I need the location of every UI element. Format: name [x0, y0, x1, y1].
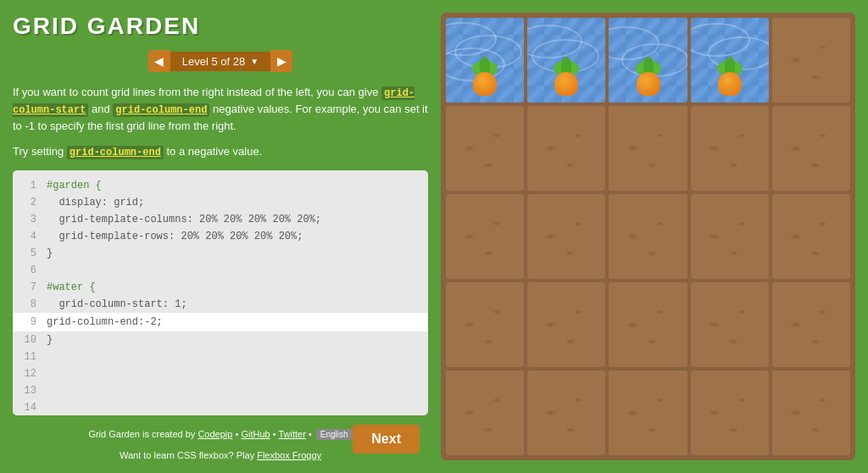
grid-cell-0-2	[609, 18, 687, 103]
plant-leaves	[554, 53, 579, 74]
page-title: GRID GARDEN	[13, 13, 200, 40]
code-line-1: 1 #garden {	[13, 177, 428, 194]
code-line-5: 5 }	[13, 245, 428, 262]
grid-cell-4-0	[446, 370, 524, 455]
level-dropdown-arrow: ▼	[250, 57, 259, 66]
grid-cell-4-4	[772, 370, 850, 455]
grid-cell-1-2	[609, 106, 687, 191]
leaf-center	[561, 57, 571, 74]
grid-cell-3-4	[772, 282, 850, 367]
highlight-grid-column-end-2: grid-column-end	[67, 146, 164, 159]
grid-cell-1-1	[527, 106, 605, 191]
code-text-1: #garden {	[47, 180, 102, 192]
code-line-13: 13	[13, 382, 428, 399]
desc-text2: and	[88, 103, 113, 115]
highlight-grid-column-end-1: grid-column-end	[113, 103, 209, 117]
code-line-12: 12	[13, 365, 428, 382]
carrot-body	[637, 72, 660, 96]
grid-cell-4-2	[609, 370, 687, 455]
code-text-4: grid-template-rows: 20% 20% 20% 20% 20%;	[47, 231, 303, 242]
task-suffix: to a negative value.	[164, 145, 262, 158]
code-text-3: grid-template-columns: 20% 20% 20% 20% 2…	[47, 214, 321, 225]
code-text-2: display: grid;	[47, 197, 144, 209]
leaf-center	[643, 57, 654, 74]
code-line-4: 4 grid-template-rows: 20% 20% 20% 20% 20…	[13, 228, 428, 245]
leaf-center	[725, 57, 735, 74]
grid-cell-0-3	[691, 18, 769, 103]
left-panel: GRID GARDEN ◀ Level 5 of 28 ▼ ▶ If you w…	[13, 13, 428, 460]
grid-row-2	[446, 194, 850, 279]
grid-row-1	[446, 106, 850, 191]
code-lines: 1 #garden { 2 display: grid; 3 grid-temp…	[13, 177, 428, 416]
description-text: If you want to count grid lines from the…	[13, 84, 428, 135]
code-editor: 1 #garden { 2 display: grid; 3 grid-temp…	[13, 170, 428, 416]
grid-cell-2-1	[527, 194, 605, 279]
code-line-14: 14	[13, 399, 428, 416]
plant-leaves	[717, 53, 743, 74]
code-line-6: 6	[13, 262, 428, 279]
code-line-10: 10 }	[13, 331, 428, 348]
carrot-body	[473, 72, 497, 96]
grid-row-4	[446, 370, 850, 455]
grid-cell-3-1	[527, 282, 605, 367]
grid-cell-2-4	[772, 194, 850, 279]
grid-cell-0-4	[772, 18, 850, 103]
grid-cell-2-0	[446, 194, 524, 279]
grid-cell-3-3	[691, 282, 769, 367]
grid-cell-1-0	[446, 106, 524, 191]
code-line-11: 11	[13, 348, 428, 365]
grid-cell-0-0	[446, 18, 524, 103]
main-layout: GRID GARDEN ◀ Level 5 of 28 ▼ ▶ If you w…	[13, 13, 855, 460]
grid-row-3	[446, 282, 850, 367]
grid-cell-1-3	[691, 106, 769, 191]
desc-text1: If you want to count grid lines from the…	[13, 86, 381, 98]
carrot-body	[718, 72, 742, 96]
carrot-body	[554, 72, 578, 96]
level-indicator: Level 5 of 28 ▼	[170, 52, 270, 71]
code-line-7: 7 #water {	[13, 279, 428, 296]
code-line-2: 2 display: grid;	[13, 194, 428, 211]
grid-cell-4-1	[527, 370, 605, 455]
css-input-field[interactable]	[47, 316, 421, 328]
grid-cell-3-2	[609, 282, 687, 367]
grid-row-0	[446, 18, 850, 103]
game-grid	[441, 13, 855, 460]
editor-footer: Next	[13, 416, 428, 457]
code-text-7: #water {	[47, 281, 96, 293]
grid-cell-3-0	[446, 282, 524, 367]
grid-cell-1-4	[772, 106, 850, 191]
prev-level-button[interactable]: ◀	[148, 50, 170, 72]
leaf-center	[480, 57, 490, 74]
next-button[interactable]: Next	[353, 425, 420, 454]
code-line-9[interactable]: 9	[13, 313, 428, 331]
level-text: Level 5 of 28	[182, 55, 245, 68]
grid-cell-2-3	[691, 194, 769, 279]
plant-leaves	[636, 53, 661, 74]
plant-leaves	[472, 53, 498, 74]
right-panel	[441, 13, 855, 460]
header-row: GRID GARDEN	[13, 13, 428, 43]
grid-cell-4-3	[691, 370, 769, 455]
code-line-3: 3 grid-template-columns: 20% 20% 20% 20%…	[13, 211, 428, 228]
code-line-8: 8 grid-column-start: 1;	[13, 296, 428, 313]
code-text-10: }	[47, 334, 53, 346]
task-prefix: Try setting	[13, 145, 67, 158]
code-text-8: grid-column-start: 1;	[47, 298, 187, 310]
task-text: Try setting grid-column-end to a negativ…	[13, 145, 428, 159]
next-level-button[interactable]: ▶	[270, 50, 292, 72]
grid-cell-0-1	[527, 18, 605, 103]
code-text-5: }	[47, 248, 53, 259]
grid-cell-2-2	[609, 194, 687, 279]
